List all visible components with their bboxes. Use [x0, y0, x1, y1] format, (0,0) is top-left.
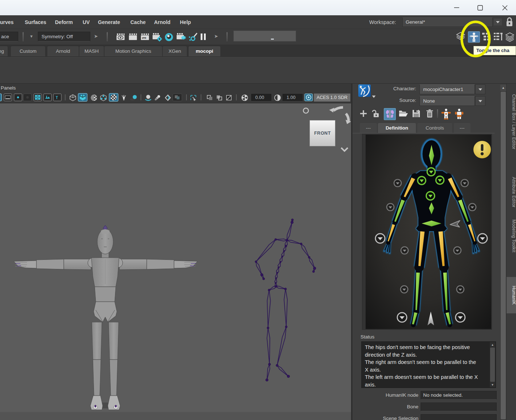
gamma-field[interactable]: 1.00: [283, 94, 303, 101]
shelf-tab-arnold[interactable]: Arnold: [47, 46, 79, 56]
view-cube-front-face[interactable]: FRONT: [310, 120, 335, 146]
vp-textures-icon[interactable]: [109, 93, 118, 102]
sidetab-modeling-toolkit[interactable]: Modeling Toolkit: [507, 218, 516, 254]
save-skeleton-button[interactable]: [412, 109, 421, 119]
sidetab-attribute-editor[interactable]: Attribute Editor: [507, 168, 516, 216]
viewport-canvas[interactable]: FRONT: [0, 103, 351, 420]
dropdown-arrow-icon[interactable]: ▾: [30, 33, 33, 39]
workspace-dropdown-arrow[interactable]: [494, 19, 502, 25]
vp-isolate-select-icon[interactable]: [189, 94, 197, 101]
modeling-toolkit-toggle-icon[interactable]: [455, 31, 466, 44]
shelf-tab-xgen[interactable]: XGen: [163, 46, 187, 56]
scroll-up-icon[interactable]: ▲: [500, 84, 506, 91]
scroll-thumb[interactable]: [501, 92, 506, 419]
mannequin-model[interactable]: [11, 218, 200, 415]
menu-uv[interactable]: UV: [83, 15, 90, 29]
vp-depth-peeling-icon[interactable]: [173, 94, 182, 101]
vp-wireframe-icon[interactable]: [68, 94, 77, 101]
render-frame-icon[interactable]: [128, 32, 138, 41]
source-dropdown-arrow[interactable]: [475, 96, 485, 106]
vp-textured-sphere-icon[interactable]: [90, 94, 98, 101]
definition-body-map[interactable]: [366, 135, 491, 329]
stance-pose-button[interactable]: [441, 108, 452, 121]
menu-generate[interactable]: Generate: [98, 15, 120, 29]
lock-character-button[interactable]: [371, 109, 380, 120]
symmetry-field[interactable]: Symmetry: Off: [38, 32, 90, 41]
bone-field[interactable]: [421, 403, 497, 411]
vp-icon-partial[interactable]: [0, 94, 2, 101]
menu-arnold[interactable]: Arnold: [154, 15, 170, 29]
warning-badge[interactable]: [473, 141, 491, 158]
shelf-tab-rigging[interactable]: ng: [0, 46, 8, 56]
vp-camera-icon[interactable]: [4, 94, 12, 101]
status-message-box[interactable]: The hips don't seem to be facing the pos…: [361, 341, 496, 388]
render-dpr-icon[interactable]: IPR: [140, 32, 150, 41]
edit-definition-button[interactable]: [384, 108, 396, 120]
status-scrollbar[interactable]: ▲ ▼: [490, 342, 495, 387]
hik-tab-definition[interactable]: Definition: [378, 123, 416, 133]
vp-resolution-gate-icon[interactable]: [43, 94, 52, 101]
vp-motion-blur-icon[interactable]: [153, 94, 162, 101]
maximize-button[interactable]: [472, 2, 488, 13]
render-icon[interactable]: [116, 32, 125, 41]
viewport-panel[interactable]: Panels T: [0, 84, 351, 420]
outliner-toggle-icon[interactable]: [481, 32, 492, 43]
vp-field-chart-icon[interactable]: [34, 94, 42, 101]
character-dropdown-arrow[interactable]: [475, 84, 485, 94]
hik-tab-dash-left[interactable]: ---: [360, 123, 377, 133]
minimize-button[interactable]: [449, 2, 464, 13]
vp-xray-joints-icon[interactable]: [215, 94, 223, 101]
exposure-field[interactable]: 0.00: [251, 94, 271, 101]
character-controls-toggle-button[interactable]: [468, 31, 480, 43]
vp-wire-on-shaded-icon[interactable]: [225, 94, 233, 101]
attribute-editor-toggle-icon[interactable]: [505, 32, 515, 44]
load-skeleton-button[interactable]: [398, 109, 408, 119]
shelf-tab-mocopi[interactable]: mocopi: [189, 46, 220, 56]
channel-box-toggle-icon[interactable]: [493, 32, 503, 43]
menu-surfaces[interactable]: Surfaces: [25, 15, 46, 29]
character-dropdown[interactable]: mocopiCharacter1: [420, 84, 475, 94]
source-dropdown[interactable]: None: [420, 96, 475, 106]
shelf-tab-custom[interactable]: Custom: [11, 46, 45, 56]
color-space-label[interactable]: ACES 1.0 SDR: [314, 94, 350, 102]
humanik-node-field[interactable]: No node selected.: [421, 391, 497, 400]
hik-tab-controls[interactable]: Controls: [417, 123, 452, 133]
scene-selection-field[interactable]: [421, 414, 497, 420]
workspace-lock-icon[interactable]: [505, 17, 513, 28]
render-layers-icon[interactable]: [176, 32, 186, 41]
create-character-button[interactable]: [359, 109, 368, 119]
shelf-tab-mash[interactable]: MASH: [79, 46, 104, 56]
quick-input-field[interactable]: [233, 31, 296, 41]
vp-gamma-icon[interactable]: [273, 94, 281, 101]
vp-shadows-icon[interactable]: [129, 94, 137, 101]
vp-color-management-icon[interactable]: [304, 94, 313, 101]
render-settings-icon[interactable]: [152, 32, 162, 41]
vp-film-gate-icon[interactable]: [14, 94, 22, 101]
vp-exposure-icon[interactable]: [240, 94, 249, 101]
sidetab-humanik[interactable]: HumanIK: [507, 277, 516, 313]
vp-lights-icon[interactable]: [119, 94, 128, 101]
workspace-dropdown[interactable]: General*: [402, 17, 493, 27]
pause-icon[interactable]: [200, 32, 206, 41]
vp-ao-icon[interactable]: [144, 94, 152, 101]
vp-material-icon[interactable]: [99, 94, 107, 101]
paint-effects-icon[interactable]: [188, 32, 198, 41]
collapse-arrow-icon[interactable]: ➤: [214, 33, 218, 39]
humanik-logo-button[interactable]: [358, 84, 371, 98]
close-button[interactable]: [497, 2, 512, 13]
vp-gate-text-icon[interactable]: T: [53, 94, 62, 101]
sidetab-channel-box[interactable]: Channel Box / Layer Editor: [507, 87, 516, 157]
panel-scrollbar[interactable]: ▲: [500, 84, 506, 420]
render-view-icon[interactable]: [164, 32, 174, 41]
humanik-logo-dropdown-arrow[interactable]: [372, 93, 376, 100]
scroll-down-icon[interactable]: ▼: [490, 382, 495, 387]
vp-xray-icon[interactable]: [205, 94, 214, 101]
hik-tab-dash-right[interactable]: ---: [454, 123, 470, 133]
menu-cache[interactable]: Cache: [130, 15, 146, 29]
vp-antialias-icon[interactable]: [164, 94, 172, 101]
delete-definition-button[interactable]: [426, 109, 434, 120]
shelf-tab-motion-graphics[interactable]: Motion Graphics: [105, 46, 162, 56]
collapse-arrow-icon[interactable]: ➤: [94, 33, 98, 39]
menu-deform[interactable]: Deform: [55, 15, 73, 29]
menu-help[interactable]: Help: [180, 15, 191, 29]
